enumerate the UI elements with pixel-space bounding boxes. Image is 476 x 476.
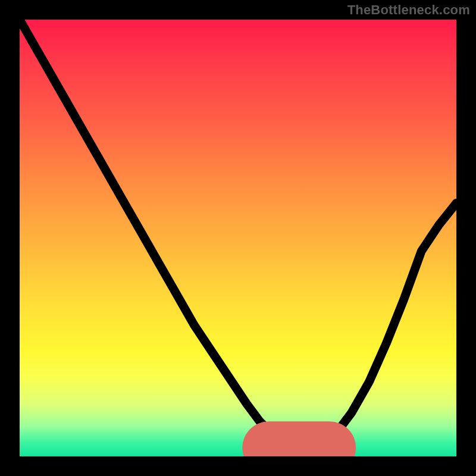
valley-start-dot (264, 443, 273, 452)
watermark-text: TheBottleneck.com (347, 2, 470, 18)
bottleneck-curve (20, 20, 456, 447)
chart-svg (20, 20, 456, 456)
plot-area (20, 20, 456, 456)
chart-frame: TheBottleneck.com (0, 0, 476, 476)
